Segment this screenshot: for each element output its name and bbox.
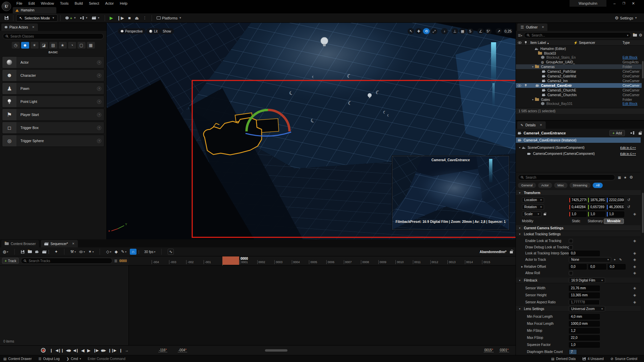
browse-sequence-icon[interactable] [28, 250, 32, 253]
tree-row-camera2[interactable]: Camera2_GateWat CineCamer [516, 74, 642, 78]
view-range-end-field[interactable]: 0301* [499, 348, 509, 352]
rotation-y-field[interactable]: 0,657289 ° [588, 204, 605, 210]
scale-snap-icon[interactable]: ↗ [495, 28, 502, 34]
lit-mode-dropdown[interactable]: Lit [146, 28, 161, 34]
add-track-button[interactable]: +Track [2, 258, 19, 264]
list-item-actor[interactable]: Actor ? [2, 56, 104, 68]
binding-icon[interactable]: ◈ [633, 212, 636, 216]
binding-icon[interactable]: ◈ [633, 300, 636, 304]
list-item-character[interactable]: ☻ Character ? [2, 69, 104, 81]
tree-row-clipped[interactable]: Blockout_Stairs_En Edit Block [516, 56, 642, 59]
scale-z-field[interactable]: 1,0 [606, 212, 624, 217]
menu-window[interactable]: Window [38, 0, 57, 6]
list-item-trigger-box[interactable]: ◻ Trigger Box ? [2, 122, 104, 134]
menu-help[interactable]: Help [117, 0, 130, 6]
snap-magnet-icon[interactable]: ∩ [130, 249, 137, 255]
tree-row-camera4-selected[interactable]: Camera4_CaveEntr CineCamer [516, 83, 642, 88]
scale-snap-value[interactable]: 0,25 [503, 28, 513, 34]
level-tab[interactable]: HamaInn [13, 7, 56, 13]
close-icon[interactable]: ✕ [540, 123, 542, 127]
step-forward-button[interactable]: ❙▶ [93, 348, 99, 353]
eye-icon[interactable] [518, 84, 521, 87]
binding-icon[interactable]: ◈ [633, 239, 636, 243]
tree-row-camera3[interactable]: Camera3_Inn CineCamer [516, 78, 642, 83]
max-focal-field[interactable]: 1000,0 mm [569, 321, 600, 326]
sequence-name[interactable]: AbandonnedInn* [480, 250, 506, 254]
selection-mode-dropdown[interactable]: ↖ Selection Mode ▼ [16, 14, 58, 22]
component-row-instance[interactable]: Camera4_CaveEntrance (Instance) [516, 137, 641, 143]
edit-in-cpp-link[interactable]: Edit in C++ [620, 146, 636, 149]
tab-actor[interactable]: Actor [538, 183, 552, 188]
filter-lights-icon[interactable]: ☀ [31, 42, 39, 49]
tab-general[interactable]: General [518, 183, 536, 188]
working-range-end-field[interactable]: 0015* [484, 348, 494, 352]
list-item-player-start[interactable]: ⚑ Player Start ? [2, 109, 104, 121]
move-tool-icon[interactable]: ✚ [415, 28, 422, 34]
column-item-label[interactable]: Item Label ▲ [530, 41, 549, 45]
help-icon[interactable]: ? [97, 100, 101, 104]
location-x-field[interactable]: 7425,277685 [569, 197, 587, 203]
display-options-icon[interactable]: ▦ [618, 176, 621, 179]
filter-basic-icon[interactable]: ☻ [21, 42, 29, 49]
edit-options-dropdown[interactable]: ✎▾ [121, 249, 126, 254]
add-actor-dropdown[interactable]: +▼ [63, 14, 78, 22]
new-folder-icon[interactable] [633, 34, 637, 37]
mobility-movable[interactable]: Movable [604, 219, 624, 224]
add-component-button[interactable]: +Add [609, 130, 625, 136]
rotate-tool-icon[interactable]: ⟲ [423, 28, 430, 34]
show-dropdown[interactable]: Show [160, 28, 174, 34]
grid-snap-value[interactable]: 5 [467, 28, 474, 34]
binding-icon[interactable]: ◈ [633, 271, 636, 275]
offset-x-field[interactable]: 0,0 [569, 264, 587, 269]
expand-arrow-icon[interactable]: ▼ [532, 99, 534, 101]
section-lookat-tracking[interactable]: ▼Lookat Tracking Settings [516, 231, 641, 237]
location-z-field[interactable]: 2232,036607 [606, 197, 624, 203]
current-frame-display[interactable]: 0000 [119, 259, 127, 263]
cmd-dropdown[interactable]: ❯ Cmd ▾ [63, 355, 85, 362]
blueprints-dropdown[interactable]: ▼ [78, 14, 90, 22]
rotation-dropdown[interactable]: Rotation▾ [522, 204, 544, 210]
offset-z-field[interactable]: 0,0 [608, 264, 626, 269]
select-tool-icon[interactable]: ↖ [408, 28, 414, 34]
column-type[interactable]: Type [623, 41, 630, 45]
list-item-point-light[interactable]: Point Light ? [2, 96, 104, 108]
tree-row-gates-folder[interactable]: ▼ Gates Folder [516, 97, 642, 102]
tree-row-camera6[interactable]: Camera6_ChurchIn CineCamer [516, 93, 642, 97]
sequence-lock-icon[interactable] [510, 250, 513, 254]
working-range-start-field[interactable]: -004* [178, 348, 187, 352]
close-button[interactable]: ✕ [629, 0, 638, 7]
edit-in-cpp-link[interactable]: Edit in C++ [620, 152, 636, 156]
details-search-input[interactable]: ⚲ Search [518, 174, 615, 180]
outliner-scrollbar[interactable] [642, 61, 644, 78]
jump-to-start-button[interactable]: ❙ [50, 348, 52, 353]
scale-lock-icon[interactable] [543, 212, 546, 216]
binding-icon[interactable]: ◈ [633, 293, 636, 297]
next-key-button[interactable]: ◆▶ [101, 348, 106, 353]
perspective-dropdown[interactable]: Perspective [118, 28, 146, 34]
view-options-dropdown[interactable]: ▾ [79, 250, 85, 253]
unreal-logo-icon[interactable]: U [2, 2, 11, 11]
platforms-dropdown[interactable]: Platforms ▼ [155, 14, 183, 22]
binding-icon[interactable]: ◈ [633, 257, 636, 262]
section-lens-settings[interactable]: ▼Lens Settings Universal Zoom▾ [516, 306, 641, 312]
list-item-trigger-sphere[interactable]: ◎ Trigger Sphere ? [2, 135, 104, 147]
tree-row-groupactor[interactable]: ◍ GroupActor_UAID_ GroupActo [516, 60, 642, 64]
reset-icon[interactable]: ↺ [627, 198, 630, 202]
outliner-tab[interactable]: ☰ Outliner ✕ [517, 23, 547, 31]
playhead-marker-block[interactable] [222, 256, 239, 265]
keyframe-options-dropdown[interactable]: ◇▾ [106, 249, 111, 254]
previous-key-button[interactable]: ◀◆ [66, 348, 71, 353]
tab-streaming[interactable]: Streaming [570, 183, 591, 188]
filter-shapes-icon[interactable]: ◪ [40, 42, 48, 49]
rotation-x-field[interactable]: 0,440284 ° [569, 204, 587, 210]
track-filter-icon[interactable]: ☰ [114, 259, 117, 263]
details-settings-icon[interactable]: ⚙ [629, 175, 633, 180]
scale-y-field[interactable]: 1,0 [588, 212, 605, 217]
sequencer-spawnable-icon[interactable]: ⚡ [574, 41, 578, 45]
skip-button[interactable]: ❙▶ [115, 14, 126, 22]
play-button[interactable]: ▶ [108, 14, 115, 22]
enable-lookat-checkbox[interactable] [569, 239, 573, 243]
interp-speed-field[interactable]: 0,0 [569, 251, 600, 256]
timeline-scrollbar[interactable] [265, 349, 287, 352]
menu-file[interactable]: File [13, 0, 25, 6]
